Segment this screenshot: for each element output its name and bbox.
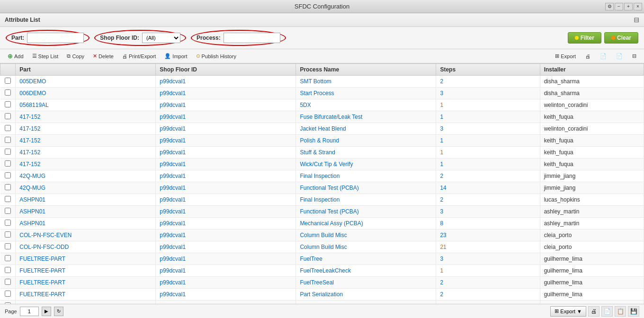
panel-expand-icon[interactable]: ⊟: [634, 16, 639, 24]
row-checkbox[interactable]: [5, 184, 11, 190]
part-link[interactable]: 417-152: [19, 161, 40, 168]
shopfloor-link[interactable]: p99dcval1: [160, 267, 186, 274]
shopfloor-link[interactable]: p99dcval1: [160, 161, 186, 168]
process-link[interactable]: SMT Bottom: [300, 78, 331, 85]
filter-button[interactable]: Filter: [568, 32, 601, 44]
shopfloor-link[interactable]: p99dcval1: [160, 125, 186, 132]
row-checkbox[interactable]: [5, 113, 11, 119]
shopfloor-link[interactable]: p99dcval1: [160, 137, 186, 144]
part-link[interactable]: 0568119AL: [19, 102, 48, 108]
import-button[interactable]: 👤 Import: [161, 52, 191, 61]
row-checkbox[interactable]: [5, 291, 11, 297]
shopfloor-link[interactable]: p99dcval1: [160, 291, 186, 298]
row-checkbox[interactable]: [5, 101, 11, 107]
print-export-button[interactable]: 🖨 Print/Export: [118, 52, 160, 61]
shopfloor-link[interactable]: p99dcval1: [160, 149, 186, 156]
process-link[interactable]: Final Inspection: [300, 173, 340, 179]
minimize-btn[interactable]: −: [615, 3, 623, 10]
part-link[interactable]: FUELTREE-PART: [19, 279, 65, 286]
settings-btn[interactable]: ⚙: [605, 3, 614, 10]
process-input[interactable]: [224, 33, 280, 43]
part-link[interactable]: COL-PN-FSC-ODD: [19, 244, 69, 250]
shopfloor-link[interactable]: p99dcval1: [160, 208, 186, 215]
row-checkbox[interactable]: [5, 255, 11, 261]
process-link[interactable]: 5DX: [300, 102, 311, 108]
row-checkbox[interactable]: [5, 149, 11, 155]
part-link[interactable]: 005DEMO: [19, 78, 46, 85]
part-link[interactable]: 417-152: [19, 149, 40, 156]
copy-button[interactable]: ⧉ Copy: [63, 52, 88, 61]
header-part[interactable]: Part: [16, 64, 156, 76]
part-link[interactable]: 42Q-MUG: [19, 185, 45, 191]
process-link[interactable]: FuelTreeLeakCheck: [300, 267, 351, 274]
process-link[interactable]: AOI: [300, 303, 310, 304]
header-process[interactable]: Process Name: [296, 64, 436, 76]
footer-pdf-btn[interactable]: 📋: [615, 306, 626, 317]
shopfloor-link[interactable]: p99dcval1: [160, 256, 186, 262]
step-list-button[interactable]: ☰ Step List: [28, 52, 63, 61]
part-link[interactable]: FUELTREE-PART: [19, 291, 65, 298]
shopfloor-link[interactable]: p99dcval1: [160, 114, 186, 120]
clear-button[interactable]: Clear: [604, 32, 638, 44]
row-checkbox[interactable]: [5, 78, 11, 84]
maximize-btn[interactable]: +: [624, 3, 633, 10]
process-link[interactable]: Column Build Misc: [300, 232, 347, 238]
part-link[interactable]: 417-152: [19, 114, 40, 120]
header-installer[interactable]: Installer: [540, 64, 644, 76]
row-checkbox[interactable]: [5, 89, 11, 96]
shopfloor-link[interactable]: p99dcval1: [160, 78, 186, 85]
next-page-btn[interactable]: ▶: [42, 307, 51, 316]
footer-save-btn[interactable]: 💾: [628, 306, 639, 317]
part-link[interactable]: 006DEMO: [19, 90, 46, 97]
footer-print-btn[interactable]: 🖨: [588, 306, 599, 317]
process-link[interactable]: Part Serialization: [300, 291, 343, 298]
part-link[interactable]: ASHPN01: [19, 196, 45, 203]
shopfloor-link[interactable]: p99dcval1: [160, 173, 186, 179]
header-steps[interactable]: Steps: [436, 64, 540, 76]
row-checkbox[interactable]: [5, 208, 11, 214]
process-link[interactable]: Functional Test (PCBA): [300, 208, 359, 215]
process-link[interactable]: Wick/Cut Tip & Verify: [300, 161, 353, 168]
part-link[interactable]: GARYTESTPN: [19, 303, 58, 304]
row-checkbox[interactable]: [5, 302, 11, 304]
add-button[interactable]: ⊕ Add: [4, 51, 27, 61]
part-link[interactable]: 417-152: [19, 125, 40, 132]
process-link[interactable]: Mechanical Assy (PCBA): [300, 220, 363, 227]
row-checkbox[interactable]: [5, 196, 11, 202]
footer-export-btn[interactable]: ⊞ Export ▼: [550, 306, 586, 317]
preview-btn[interactable]: 📄: [596, 52, 610, 61]
row-checkbox[interactable]: [5, 220, 11, 226]
process-link[interactable]: FuelTreeSeal: [300, 279, 334, 286]
shopfloor-link[interactable]: p99dcval1: [160, 102, 186, 108]
shopfloor-select[interactable]: (All) p99dcval1: [142, 33, 180, 43]
publish-history-button[interactable]: ⊙ Publish History: [192, 52, 240, 61]
part-link[interactable]: ASHPN01: [19, 208, 45, 215]
shopfloor-link[interactable]: p99dcval1: [160, 279, 186, 286]
shopfloor-link[interactable]: p99dcval1: [160, 244, 186, 250]
header-shopfloor[interactable]: Shop Floor ID: [156, 64, 296, 76]
part-link[interactable]: 417-152: [19, 137, 40, 144]
row-checkbox[interactable]: [5, 125, 11, 131]
shopfloor-link[interactable]: p99dcval1: [160, 185, 186, 191]
process-link[interactable]: Functional Test (PCBA): [300, 185, 359, 191]
part-input[interactable]: [27, 33, 84, 43]
refresh-btn2[interactable]: ⊟: [628, 52, 640, 61]
row-checkbox[interactable]: [5, 279, 11, 285]
part-link[interactable]: 42Q-MUG: [19, 173, 45, 179]
process-link[interactable]: FuelTree: [300, 256, 322, 262]
row-checkbox[interactable]: [5, 243, 11, 249]
export-button[interactable]: ⊞ Export: [551, 52, 580, 61]
shopfloor-link[interactable]: p99dcval1: [160, 90, 186, 97]
process-link[interactable]: Fuse Bifurcate/Leak Test: [300, 114, 362, 120]
refresh-btn[interactable]: ↻: [54, 307, 63, 316]
row-checkbox[interactable]: [5, 160, 11, 167]
row-checkbox[interactable]: [5, 231, 11, 238]
pdf-btn[interactable]: 📄: [612, 52, 626, 61]
print-btn[interactable]: 🖨: [581, 52, 594, 61]
close-btn[interactable]: ×: [634, 3, 642, 10]
shopfloor-link[interactable]: p99dcval1: [160, 196, 186, 203]
process-link[interactable]: Polish & Round: [300, 137, 339, 144]
row-checkbox[interactable]: [5, 267, 11, 273]
process-link[interactable]: Column Build Misc: [300, 244, 347, 250]
part-link[interactable]: FUELTREE-PART: [19, 267, 65, 274]
